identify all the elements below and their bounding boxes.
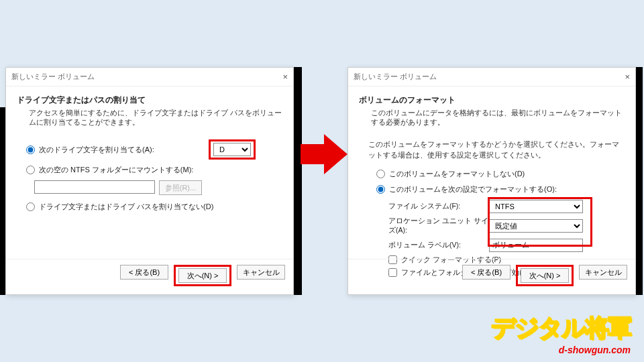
back-button[interactable]: < 戻る(B) (120, 265, 168, 280)
subtext-right: このボリュームにデータを格納するには、最初にボリュームをフォーマットする必要があ… (371, 109, 625, 127)
cancel-button[interactable]: キャンセル (237, 265, 285, 280)
dialog-format: 新しいミラー ボリューム × ボリュームのフォーマット このボリュームにデータを… (347, 67, 636, 295)
volume-label-input[interactable] (489, 239, 583, 252)
window-title: 新しいミラー ボリューム (11, 72, 95, 82)
highlight-next-right: 次へ(N) > (516, 265, 574, 286)
radio-format[interactable] (376, 185, 385, 194)
logo: デジタル将軍 d-showgun.com (491, 312, 631, 355)
highlight-next-left: 次へ(N) > (174, 265, 231, 286)
drive-letter-select[interactable]: D (213, 143, 251, 156)
cancel-button[interactable]: キャンセル (579, 265, 627, 280)
radio-assign[interactable] (26, 145, 35, 154)
instruct-text: このボリュームをフォーマットするかどうかを選択してください。フォーマットする場合… (368, 139, 625, 161)
radio-mount[interactable] (26, 166, 35, 174)
radio-none[interactable] (26, 202, 35, 211)
option-mount-folder[interactable]: 次の空の NTFS フォルダーにマウントする(M): (26, 165, 282, 175)
option-no-format[interactable]: このボリュームをフォーマットしない(D) (376, 169, 625, 179)
svg-marker-0 (301, 134, 347, 174)
radio-noformat[interactable] (376, 170, 385, 178)
allocation-select[interactable]: 既定値 (489, 219, 583, 233)
browse-button: 参照(R)... (159, 180, 202, 195)
radio-assign-label: 次のドライブ文字を割り当てる(A): (39, 145, 154, 155)
back-button[interactable]: < 戻る(B) (462, 265, 511, 280)
dialog-content-left: ドライブ文字またはパスの割り当て アクセスを簡単にするために、ドライブ文字または… (6, 86, 293, 223)
fs-label: ファイル システム(F): (388, 202, 489, 211)
option-assign-letter[interactable]: 次のドライブ文字を割り当てる(A): D (26, 139, 282, 160)
next-button[interactable]: 次へ(N) > (178, 268, 227, 283)
arrow-icon (301, 134, 347, 174)
titlebar-right: 新しいミラー ボリューム × (348, 68, 635, 86)
logo-sub: d-showgun.com (491, 345, 631, 355)
titlebar-left: 新しいミラー ボリューム × (6, 68, 293, 86)
vol-label: ボリューム ラベル(V): (388, 241, 489, 250)
alloc-label: アロケーション ユニット サイズ(A): (388, 217, 489, 235)
next-button[interactable]: 次へ(N) > (521, 268, 569, 283)
radio-mount-label: 次の空の NTFS フォルダーにマウントする(M): (39, 165, 193, 175)
radio-noformat-label: このボリュームをフォーマットしない(D) (389, 169, 525, 179)
mount-path-input (34, 180, 155, 194)
dialog-drive-letter: 新しいミラー ボリューム × ドライブ文字またはパスの割り当て アクセスを簡単に… (5, 67, 294, 295)
button-row-right: < 戻る(B) 次へ(N) > キャンセル (348, 259, 635, 294)
logo-main: デジタル将軍 (491, 312, 631, 345)
highlight-drive-select: D (209, 139, 256, 160)
heading-right: ボリュームのフォーマット (359, 95, 625, 106)
filesystem-select[interactable]: NTFS (489, 200, 583, 213)
close-icon[interactable]: × (282, 72, 288, 82)
radio-none-label: ドライブ文字またはドライブ パスを割り当てない(D) (39, 202, 213, 212)
heading-left: ドライブ文字またはパスの割り当て (17, 95, 282, 106)
radio-format-label: このボリュームを次の設定でフォーマットする(O): (389, 184, 557, 194)
dialog-content-right: ボリュームのフォーマット このボリュームにデータを格納するには、最初にボリューム… (348, 86, 635, 286)
button-row-left: < 戻る(B) 次へ(N) > キャンセル (6, 259, 293, 294)
subtext-left: アクセスを簡単にするために、ドライブ文字またはドライブ パスをボリュームに割り当… (29, 109, 282, 127)
option-no-assign[interactable]: ドライブ文字またはドライブ パスを割り当てない(D) (26, 202, 282, 212)
window-title: 新しいミラー ボリューム (354, 72, 437, 82)
option-format[interactable]: このボリュームを次の設定でフォーマットする(O): (376, 184, 625, 194)
close-icon[interactable]: × (625, 72, 630, 82)
